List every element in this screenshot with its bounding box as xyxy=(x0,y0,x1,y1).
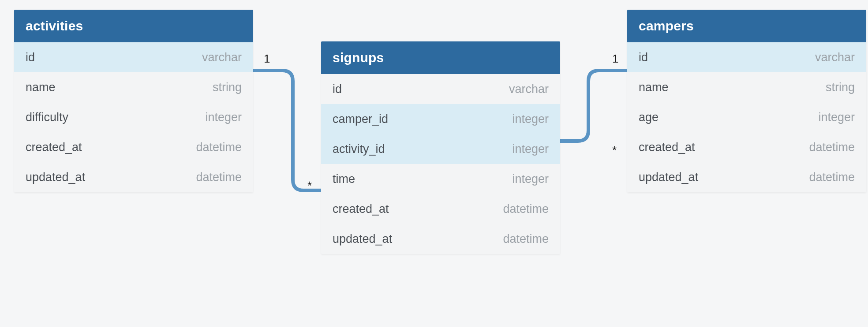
column-name: updated_at xyxy=(333,232,392,246)
column-name: id xyxy=(333,82,342,96)
table-activities[interactable]: activities id varchar name string diffic… xyxy=(14,10,253,192)
table-row[interactable]: id varchar xyxy=(14,42,253,72)
column-name: camper_id xyxy=(333,112,388,126)
connector-activities-signups xyxy=(254,71,321,190)
column-name: age xyxy=(639,111,658,124)
column-name: name xyxy=(639,81,669,94)
column-name: difficulty xyxy=(26,111,68,124)
column-name: time xyxy=(333,172,355,186)
table-signups[interactable]: signups id varchar camper_id integer act… xyxy=(321,41,560,254)
column-type: integer xyxy=(818,111,855,124)
column-type: integer xyxy=(205,111,242,124)
table-row[interactable]: difficulty integer xyxy=(14,102,253,132)
column-type: datetime xyxy=(503,202,549,216)
table-row[interactable]: updated_at datetime xyxy=(321,224,560,254)
cardinality-signups-camper-many: * xyxy=(612,144,617,157)
table-row[interactable]: created_at datetime xyxy=(14,132,253,162)
table-row[interactable]: name string xyxy=(14,72,253,102)
column-type: integer xyxy=(512,172,549,186)
column-name: updated_at xyxy=(26,171,85,184)
table-row[interactable]: id varchar xyxy=(627,42,866,72)
column-type: string xyxy=(826,81,855,94)
table-campers[interactable]: campers id varchar name string age integ… xyxy=(627,10,866,192)
column-type: varchar xyxy=(202,51,242,64)
table-row[interactable]: activity_id integer xyxy=(321,134,560,164)
column-name: activity_id xyxy=(333,142,385,156)
column-type: integer xyxy=(512,112,549,126)
table-campers-header[interactable]: campers xyxy=(627,10,866,42)
column-name: id xyxy=(26,51,35,64)
column-name: created_at xyxy=(333,202,389,216)
column-type: varchar xyxy=(815,51,855,64)
column-name: created_at xyxy=(639,141,695,154)
table-activities-header[interactable]: activities xyxy=(14,10,253,42)
table-row[interactable]: age integer xyxy=(627,102,866,132)
column-type: integer xyxy=(512,142,549,156)
table-row[interactable]: updated_at datetime xyxy=(627,162,866,192)
table-row[interactable]: updated_at datetime xyxy=(14,162,253,192)
table-signups-header[interactable]: signups xyxy=(321,41,560,74)
connector-campers-signups xyxy=(560,71,627,141)
table-row[interactable]: created_at datetime xyxy=(321,194,560,224)
cardinality-campers-one: 1 xyxy=(612,52,618,66)
column-type: datetime xyxy=(196,141,242,154)
column-type: datetime xyxy=(196,171,242,184)
table-row[interactable]: time integer xyxy=(321,164,560,194)
table-row[interactable]: name string xyxy=(627,72,866,102)
column-type: datetime xyxy=(809,171,855,184)
column-type: datetime xyxy=(503,232,549,246)
table-row[interactable]: id varchar xyxy=(321,74,560,104)
column-name: created_at xyxy=(26,141,82,154)
column-type: datetime xyxy=(809,141,855,154)
table-row[interactable]: camper_id integer xyxy=(321,104,560,134)
cardinality-signups-activity-many: * xyxy=(307,179,312,193)
column-name: name xyxy=(26,81,56,94)
column-name: updated_at xyxy=(639,171,698,184)
er-diagram-canvas: 1 * 1 * activities id varchar name strin… xyxy=(0,0,868,327)
cardinality-activities-one: 1 xyxy=(264,52,270,66)
table-row[interactable]: created_at datetime xyxy=(627,132,866,162)
column-name: id xyxy=(639,51,648,64)
column-type: string xyxy=(213,81,242,94)
column-type: varchar xyxy=(509,82,549,96)
